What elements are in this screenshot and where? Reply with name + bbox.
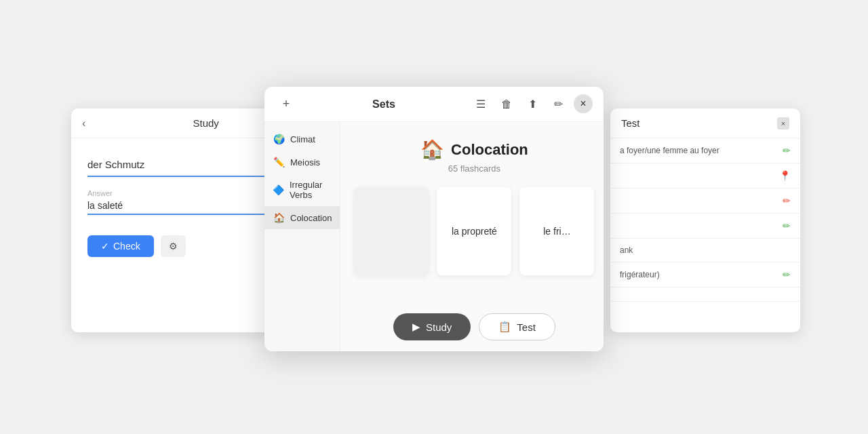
test-window: Test × a foyer/une femme au foyer ✏ 📍 ✏ … [610,108,800,332]
test-clipboard-icon: 📋 [498,321,511,333]
test-label: Test [517,321,536,333]
flashcard-1 [354,187,429,275]
check-button[interactable]: ✓ Check [87,235,154,257]
back-button[interactable]: ‹ [82,117,85,130]
flashcard-2-text: la propreté [452,226,497,237]
action-buttons: ▶ Study 📋 Test [393,313,555,340]
set-header: 🏠 Colocation [420,138,528,161]
climat-icon: 🌍 [273,134,285,144]
set-count: 65 flashcards [448,163,500,174]
sidebar-item-label-climat: Climat [290,134,315,144]
panel-toolbar: + Sets ☰ 🗑 ⬆ ✏ × [264,87,604,122]
share-button[interactable]: ⬆ [522,94,542,115]
test-window-header: Test × [610,108,800,138]
set-title: Colocation [451,141,528,159]
test-row-2: 📍 [610,163,800,189]
menu-button[interactable]: ☰ [471,94,491,115]
flashcard-2: la propreté [437,187,511,275]
sets-label: Sets [304,98,464,111]
panel-content: 🏠 Colocation 65 flashcards la propreté l… [340,122,604,351]
settings-button[interactable]: ⚙ [161,235,186,257]
sidebar-item-label-meiosis: Meiosis [290,157,320,167]
sidebar-item-label-colocation: Colocation [290,213,332,223]
set-emoji: 🏠 [420,138,444,161]
edit-icon-1[interactable]: ✏ [783,145,791,156]
sidebar-item-irregular-verbs[interactable]: 🔷 Irregular Verbs [264,174,340,206]
toolbar-right: ☰ 🗑 ⬆ ✏ × [471,94,593,115]
test-row-5: ank [610,239,800,262]
panel-body: 🌍 Climat ✏️ Meiosis 🔷 Irregular Verbs 🏠 … [264,122,604,351]
add-button[interactable]: + [275,94,297,115]
flashcard-3: le fri… [519,187,594,275]
test-row-text-5: ank [620,245,791,255]
edit-icon-2[interactable]: ✏ [783,220,791,231]
main-panel: + Sets ☰ 🗑 ⬆ ✏ × 🌍 Climat ✏️ Meiosis 🔷 I… [264,87,604,351]
test-row-7 [610,288,800,302]
delete-icon[interactable]: ✏ [783,195,791,206]
check-label: Check [113,241,140,252]
test-window-title: Test [621,117,640,129]
study-label: Study [426,321,452,333]
test-row-text-6: frigérateur) [620,270,783,279]
flashcard-row: la propreté le fri… [354,187,594,275]
sidebar-item-colocation[interactable]: 🏠 Colocation [264,206,340,229]
edit-icon-3[interactable]: ✏ [783,269,791,280]
pin-icon[interactable]: 📍 [779,170,791,181]
trash-button[interactable]: 🗑 [496,94,517,115]
test-row-4: ✏ [610,214,800,239]
test-button[interactable]: 📋 Test [479,313,555,340]
panel-sidebar: 🌍 Climat ✏️ Meiosis 🔷 Irregular Verbs 🏠 … [264,122,340,351]
study-play-icon: ▶ [412,321,420,333]
test-row: a foyer/une femme au foyer ✏ [610,138,800,163]
test-window-close-button[interactable]: × [777,117,789,130]
test-row-3: ✏ [610,189,800,214]
meiosis-icon: ✏️ [273,157,285,167]
colocation-icon: 🏠 [273,212,285,223]
edit-button[interactable]: ✏ [548,94,568,115]
sidebar-item-climat[interactable]: 🌍 Climat [264,127,340,151]
sidebar-item-meiosis[interactable]: ✏️ Meiosis [264,151,340,174]
test-row-6: frigérateur) ✏ [610,262,800,288]
sidebar-item-label-irregular-verbs: Irregular Verbs [290,180,332,200]
study-button[interactable]: ▶ Study [393,313,471,340]
test-row-text-1: a foyer/une femme au foyer [620,146,783,155]
close-button[interactable]: × [574,94,593,113]
check-icon: ✓ [101,241,109,252]
irregular-verbs-icon: 🔷 [273,184,284,195]
flashcard-3-text: le fri… [543,226,570,237]
